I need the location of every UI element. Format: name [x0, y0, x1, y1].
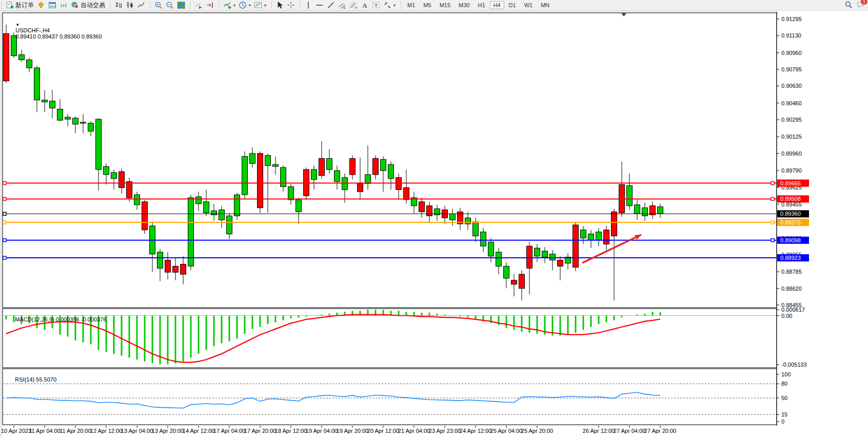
text-label-button[interactable]: T: [370, 1, 382, 10]
timeframe-button-m15[interactable]: M15: [436, 1, 454, 9]
vertical-line-button[interactable]: [303, 1, 314, 10]
charts-window-button[interactable]: [47, 1, 58, 10]
toolbar-group-3: [189, 0, 218, 10]
autotrading-icon: [71, 1, 79, 9]
text-icon: A: [361, 1, 369, 9]
hline-right-handle[interactable]: [771, 182, 774, 185]
arrows-button[interactable]: ▾: [382, 1, 397, 10]
svg-text:-0.005133: -0.005133: [781, 362, 807, 368]
search-icon: [844, 1, 853, 9]
auto-scroll-icon: [194, 1, 203, 9]
svg-text:A: A: [363, 2, 367, 9]
svg-text:19 Apr 20:00: 19 Apr 20:00: [337, 428, 368, 434]
periods-icon: [239, 1, 247, 9]
hline-right-handle[interactable]: [771, 221, 774, 224]
svg-text:0.88785: 0.88785: [781, 269, 802, 275]
autotrading-button[interactable]: 自动交易: [69, 1, 107, 10]
hline-left-handle[interactable]: [3, 212, 6, 215]
symbol-ohlc: 0.89410 0.89437 0.89360 0.89360: [15, 33, 102, 40]
equidistant-channel-icon: E: [338, 1, 346, 9]
bar-chart-button[interactable]: [113, 1, 124, 10]
chevron-down-icon[interactable]: ▾: [264, 3, 266, 8]
svg-text:18 Apr 12:00: 18 Apr 12:00: [275, 428, 307, 434]
toolbar-group-2: [149, 0, 189, 10]
timeframe-button-m5[interactable]: M5: [420, 1, 435, 9]
new-order-button[interactable]: 新订单: [4, 1, 35, 10]
chevron-down-icon[interactable]: ▾: [233, 3, 235, 8]
notification-badge: 1: [860, 0, 868, 5]
search-button[interactable]: [844, 1, 853, 10]
timeframe-button-mn[interactable]: MN: [537, 1, 553, 9]
chat-button[interactable]: 1: [857, 1, 865, 10]
templates-button[interactable]: ▾: [252, 1, 268, 10]
tile-windows-button[interactable]: [175, 1, 187, 10]
text-button[interactable]: A: [359, 1, 370, 10]
svg-text:23 Apr 23:00: 23 Apr 23:00: [429, 428, 461, 434]
svg-text:0.90795: 0.90795: [781, 66, 802, 72]
text-label-icon: T: [372, 1, 380, 9]
crosshair-icon: [287, 1, 295, 9]
svg-text:T: T: [374, 3, 378, 8]
main-toolbar: 新订单自动交易▾▾▾EFAT▾M1M5M15M30H1H4D1W1MN1: [0, 0, 868, 11]
chart-shift-icon: [206, 1, 214, 9]
svg-text:24 Apr 12:00: 24 Apr 12:00: [460, 428, 491, 434]
timeframe-button-h1[interactable]: H1: [474, 1, 488, 9]
rsi-panel[interactable]: [3, 369, 777, 425]
timeframe-button-w1[interactable]: W1: [521, 1, 537, 9]
tile-windows-icon: [177, 1, 185, 9]
hline-left-handle[interactable]: [3, 197, 6, 200]
equidistant-channel-button[interactable]: E: [337, 1, 348, 10]
periods-button[interactable]: ▾: [237, 1, 252, 10]
svg-text:0.00: 0.00: [781, 313, 792, 319]
trend-line-button[interactable]: [325, 1, 337, 10]
svg-text:13 Apr 20:00: 13 Apr 20:00: [152, 428, 184, 434]
signals-button[interactable]: [58, 1, 69, 10]
svg-text:0.91295: 0.91295: [781, 16, 802, 22]
macd-panel[interactable]: [3, 309, 777, 368]
toolbar-button-label: 自动交易: [81, 1, 105, 10]
auto-scroll-button[interactable]: [193, 1, 204, 10]
svg-text:19 Apr 04:00: 19 Apr 04:00: [306, 428, 338, 434]
horizontal-line-button[interactable]: [314, 1, 325, 10]
timeframe-button-d1[interactable]: D1: [505, 1, 520, 9]
hline-left-handle[interactable]: [3, 239, 6, 242]
zoom-in-icon: [154, 1, 163, 9]
hline-right-handle[interactable]: [771, 197, 774, 200]
svg-text:25 Apr 20:00: 25 Apr 20:00: [521, 428, 553, 434]
svg-text:0.90295: 0.90295: [781, 117, 802, 123]
timeframe-button-h4[interactable]: H4: [490, 1, 504, 9]
hline-left-handle[interactable]: [3, 221, 6, 224]
toolbar-group-1: [109, 0, 149, 10]
svg-text:27 Apr 20:00: 27 Apr 20:00: [644, 428, 676, 434]
symbol-title-bar: ▼ USDCHF-,H4 0.89410 0.89437 0.89360 0.8…: [6, 15, 102, 46]
chart-shift-button[interactable]: [204, 1, 215, 10]
timeframe-button-m30[interactable]: M30: [455, 1, 473, 9]
chart-canvas[interactable]: 0.912950.911300.909600.907950.906300.904…: [0, 11, 868, 437]
svg-text:11 Apr 04:00: 11 Apr 04:00: [29, 428, 61, 434]
hline-left-handle[interactable]: [3, 182, 6, 185]
crosshair-button[interactable]: [285, 1, 297, 10]
trend-line-icon: [327, 1, 335, 9]
main-price-panel[interactable]: [3, 13, 777, 308]
zoom-in-button[interactable]: [153, 1, 164, 10]
chart-window[interactable]: 0.912950.911300.909600.907950.906300.904…: [0, 11, 868, 437]
market-button[interactable]: [35, 1, 47, 10]
zoom-out-button[interactable]: [164, 1, 175, 10]
toolbar-group-0: 新订单自动交易: [0, 0, 109, 10]
fibonacci-button[interactable]: F: [348, 1, 359, 10]
indicators-button[interactable]: ▾: [222, 1, 237, 10]
svg-text:26 Apr 12:00: 26 Apr 12:00: [583, 428, 615, 434]
svg-text:100: 100: [781, 371, 791, 377]
timeframe-button-m1[interactable]: M1: [404, 1, 419, 9]
chevron-down-icon[interactable]: ▾: [393, 3, 396, 8]
line-chart-button[interactable]: [135, 1, 147, 10]
templates-icon: [254, 1, 262, 9]
chart-dropdown-icon[interactable]: ▼: [15, 23, 19, 27]
chevron-down-icon[interactable]: ▾: [249, 3, 251, 8]
hline-right-handle[interactable]: [771, 239, 774, 242]
charts-window-icon: [48, 1, 56, 9]
cursor-button[interactable]: [274, 1, 285, 10]
toolbar-group-5: [270, 0, 299, 10]
hline-left-handle[interactable]: [3, 256, 6, 259]
candle-chart-button[interactable]: [124, 1, 135, 10]
